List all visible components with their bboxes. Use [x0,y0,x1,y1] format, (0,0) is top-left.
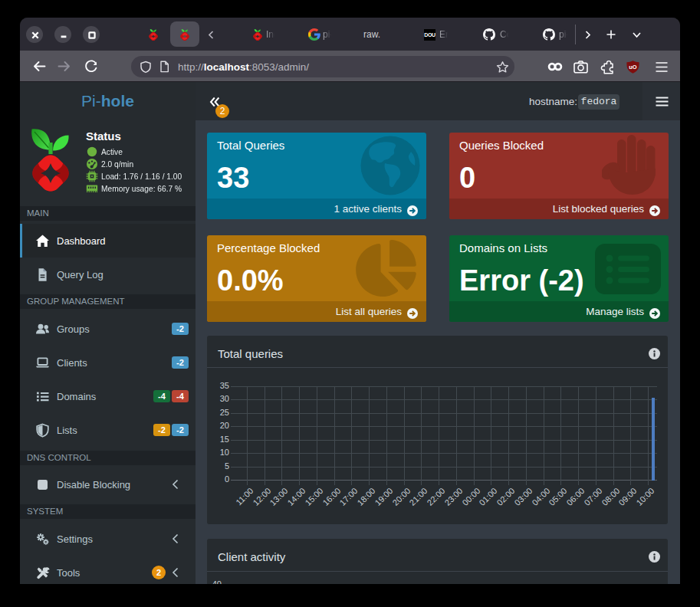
svg-text:uO: uO [629,64,637,71]
